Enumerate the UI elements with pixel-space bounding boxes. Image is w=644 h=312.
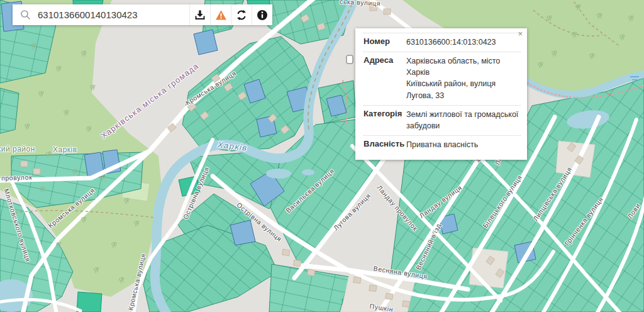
info-label: Адреса bbox=[364, 55, 406, 101]
info-label: Категорія bbox=[364, 109, 406, 131]
info-value: Харківська область, місто Харків Київськ… bbox=[406, 55, 521, 101]
info-row-number: Номер 6310136600:14:013:0423 bbox=[364, 33, 521, 52]
info-label: Номер bbox=[364, 36, 406, 48]
info-label: Власність bbox=[364, 139, 406, 150]
info-row-address: Адреса Харківська область, місто Харків … bbox=[364, 52, 521, 105]
info-circle-icon bbox=[257, 9, 268, 21]
info-row-category: Категорія Землі житлової та громадської … bbox=[364, 105, 521, 135]
info-row-ownership: Власність Приватна власність bbox=[364, 135, 521, 154]
parcel-info-panel: × Номер 6310136600:14:013:0423 Адреса Ха… bbox=[355, 28, 527, 160]
refresh-arrows-icon bbox=[236, 9, 247, 21]
download-button[interactable] bbox=[189, 4, 210, 25]
info-value: 6310136600:14:013:0423 bbox=[406, 36, 521, 48]
info-value: Приватна власність bbox=[406, 139, 521, 150]
warning-triangle-icon bbox=[215, 9, 227, 21]
gate-icon bbox=[347, 55, 353, 64]
info-button[interactable] bbox=[252, 4, 272, 25]
map-application: Харківська міська громадакий районХарків… bbox=[0, 0, 644, 312]
info-value: Землі житлової та громадської забудови bbox=[406, 109, 521, 131]
close-icon[interactable]: × bbox=[518, 30, 523, 38]
download-tray-icon bbox=[194, 9, 206, 21]
search-bar bbox=[13, 4, 272, 25]
refresh-button[interactable] bbox=[231, 4, 252, 25]
map-canvas[interactable] bbox=[0, 0, 644, 312]
search-icon bbox=[13, 9, 38, 20]
search-input[interactable] bbox=[38, 9, 189, 20]
warning-button[interactable] bbox=[210, 4, 231, 25]
